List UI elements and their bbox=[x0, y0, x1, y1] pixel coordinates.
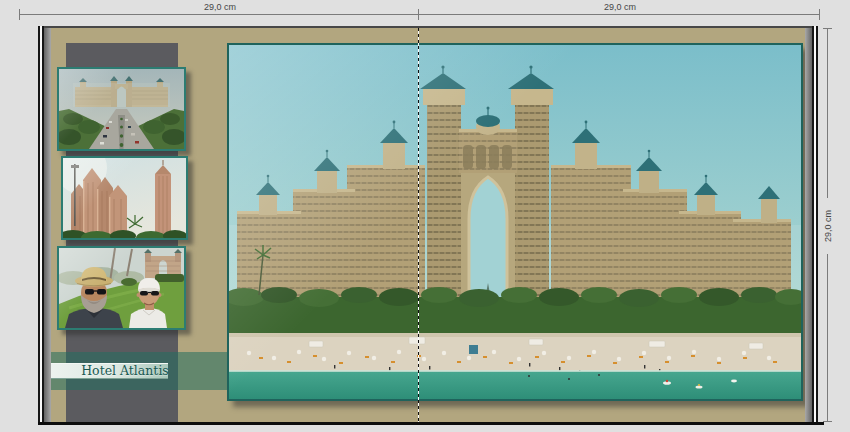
palm-trunks bbox=[110, 248, 132, 282]
haze bbox=[73, 83, 170, 107]
road bbox=[89, 109, 154, 149]
hotel-silhouette bbox=[75, 76, 168, 107]
page-stack-right bbox=[805, 28, 812, 422]
beach bbox=[229, 333, 801, 377]
ruler-tick-left bbox=[19, 9, 20, 20]
ruler-top-line bbox=[20, 14, 820, 15]
ruler-side-tick-bottom bbox=[823, 421, 832, 422]
ruler-label-side: 29,0 cm bbox=[822, 198, 834, 254]
selfie-image bbox=[59, 248, 184, 328]
ruler-tick-center bbox=[418, 9, 419, 20]
ruler-tick-right bbox=[819, 9, 820, 20]
beach-cabin bbox=[469, 345, 478, 354]
water bbox=[229, 370, 801, 399]
sky bbox=[59, 69, 184, 149]
editor-canvas: 29,0 cm 29,0 cm 29,0 cm Hotel Atlantis bbox=[0, 0, 850, 432]
palm-fronds bbox=[63, 215, 186, 238]
haze-trees bbox=[59, 267, 144, 285]
page-title[interactable]: Hotel Atlantis bbox=[79, 364, 171, 378]
umbrellas bbox=[247, 350, 771, 361]
photo-causeway[interactable] bbox=[57, 67, 186, 151]
panorama-image bbox=[229, 45, 801, 399]
page-spread-surface[interactable]: Hotel Atlantis bbox=[51, 28, 805, 422]
spread-bottom-edge bbox=[38, 422, 824, 425]
main-towers bbox=[71, 168, 127, 238]
hotel bbox=[237, 65, 791, 299]
ruler-label-left-page: 29,0 cm bbox=[160, 2, 280, 12]
arch-opening bbox=[469, 177, 507, 299]
people bbox=[334, 363, 660, 374]
right-tower bbox=[155, 160, 171, 238]
haze bbox=[229, 225, 801, 300]
atlantis-background bbox=[144, 249, 182, 278]
lamp-pole bbox=[71, 164, 79, 226]
palm-rows bbox=[59, 109, 184, 149]
photo-towers[interactable] bbox=[61, 156, 188, 240]
page-stack-left bbox=[44, 28, 51, 422]
sky bbox=[59, 248, 184, 328]
towers-image bbox=[63, 158, 186, 238]
man-left bbox=[65, 267, 123, 328]
sky bbox=[229, 45, 801, 307]
photo-panorama[interactable] bbox=[227, 43, 803, 401]
sun-glow bbox=[63, 158, 107, 194]
cars bbox=[100, 119, 139, 145]
palm-band bbox=[229, 245, 801, 341]
ruler-side-tick-top bbox=[823, 28, 832, 29]
sun-loungers bbox=[259, 355, 777, 364]
ruler-label-right-page: 29,0 cm bbox=[560, 2, 680, 12]
photo-selfie[interactable] bbox=[57, 246, 186, 330]
page-fold-line bbox=[418, 28, 419, 422]
man-right bbox=[129, 278, 167, 328]
causeway-image bbox=[59, 69, 184, 149]
spread-right-edge2 bbox=[816, 26, 818, 425]
sky bbox=[63, 158, 186, 238]
lawn bbox=[59, 274, 184, 328]
